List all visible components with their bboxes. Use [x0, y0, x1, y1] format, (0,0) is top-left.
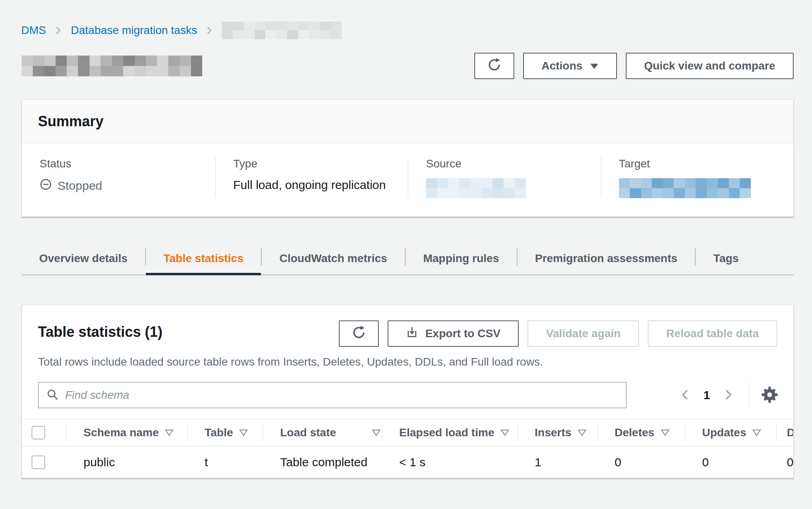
- cell-updates: 0: [685, 447, 776, 478]
- summary-panel: Summary Status Stopped Type Full load, o…: [22, 99, 794, 217]
- table-row: public t Table completed < 1 s 1 0 0 0: [22, 447, 794, 478]
- chevron-right-icon: [54, 25, 63, 36]
- sort-triangle-icon: [501, 429, 509, 436]
- tool-divider: [748, 382, 749, 408]
- sort-triangle-icon: [165, 429, 173, 436]
- target-label: Target: [619, 157, 776, 170]
- breadcrumb-link-tasks[interactable]: Database migration tasks: [71, 24, 197, 37]
- header-checkbox-cell: [22, 420, 66, 446]
- actions-button-label: Actions: [541, 60, 583, 72]
- search-icon: [46, 388, 59, 402]
- column-label: Schema name: [84, 426, 159, 439]
- cell-table: t: [187, 447, 263, 478]
- tab-tags[interactable]: Tags: [696, 243, 756, 274]
- column-label: Inserts: [535, 426, 571, 439]
- table-statistics-description: Total rows include loaded source table r…: [22, 347, 793, 368]
- sort-triangle-icon: [752, 429, 761, 436]
- actions-button[interactable]: Actions: [523, 53, 617, 79]
- cell-ddls: 0: [776, 447, 794, 478]
- next-page-button[interactable]: [720, 388, 736, 403]
- summary-field-type: Type Full load, ongoing replication: [215, 157, 408, 198]
- schema-search-box: [38, 382, 627, 408]
- column-header-deletes[interactable]: Deletes: [597, 420, 685, 446]
- tab-premigration-assessments[interactable]: Premigration assessments: [517, 243, 695, 274]
- pagination: 1: [677, 382, 778, 408]
- source-label: Source: [426, 157, 583, 170]
- tab-bar: Overview details Table statistics CloudW…: [22, 243, 794, 275]
- validate-again-button[interactable]: Validate again: [527, 320, 639, 347]
- column-label: Table: [205, 426, 233, 439]
- column-label: DDLs: [787, 426, 794, 439]
- cell-inserts: 1: [517, 447, 597, 478]
- column-label: Load state: [280, 426, 336, 439]
- sort-triangle-icon: [372, 429, 380, 436]
- cell-load-state: Table completed: [263, 447, 382, 478]
- type-label: Type: [233, 157, 390, 170]
- sort-triangle-icon: [661, 429, 669, 436]
- type-value: Full load, ongoing replication: [233, 178, 390, 192]
- gear-icon: [761, 386, 778, 404]
- quick-view-button-label: Quick view and compare: [644, 60, 775, 72]
- column-header-ddls[interactable]: DDLs: [776, 420, 794, 446]
- column-header-inserts[interactable]: Inserts: [517, 420, 597, 446]
- caret-down-icon: [590, 60, 599, 72]
- tab-mapping-rules[interactable]: Mapping rules: [406, 243, 517, 274]
- cell-schema-name: public: [66, 447, 187, 478]
- breadcrumb: DMS Database migration tasks: [0, 0, 812, 39]
- table-statistics-title: Table statistics (1): [38, 320, 162, 340]
- export-to-csv-button[interactable]: Export to CSV: [388, 320, 519, 347]
- source-endpoint-link-redacted[interactable]: [426, 178, 526, 198]
- column-label: Elapsed load time: [399, 426, 494, 439]
- page-title-redacted: [22, 56, 202, 76]
- column-header-schema-name[interactable]: Schema name: [66, 420, 187, 446]
- status-value-text: Stopped: [58, 179, 102, 193]
- refresh-icon: [352, 326, 366, 342]
- row-checkbox[interactable]: [32, 455, 45, 469]
- column-header-table[interactable]: Table: [187, 420, 263, 446]
- column-header-load-state[interactable]: Load state: [263, 420, 382, 446]
- tab-cloudwatch-metrics[interactable]: CloudWatch metrics: [262, 243, 405, 274]
- cell-deletes: 0: [597, 447, 685, 478]
- circle-minus-icon: [40, 178, 52, 193]
- summary-field-source: Source: [408, 157, 601, 198]
- quick-view-and-compare-button[interactable]: Quick view and compare: [626, 53, 794, 79]
- summary-field-status: Status Stopped: [22, 157, 215, 198]
- chevron-right-icon: [722, 388, 734, 403]
- column-label: Updates: [702, 426, 746, 439]
- find-schema-input[interactable]: [65, 389, 619, 402]
- refresh-button[interactable]: [474, 53, 514, 79]
- breadcrumb-current-redacted: [222, 22, 342, 39]
- tab-table-statistics[interactable]: Table statistics: [146, 243, 261, 274]
- summary-grid: Status Stopped Type Full load, ongoing r…: [22, 144, 793, 217]
- summary-field-target: Target: [601, 157, 794, 198]
- column-header-updates[interactable]: Updates: [685, 420, 776, 446]
- cell-elapsed-load-time: < 1 s: [382, 447, 517, 478]
- table-refresh-button[interactable]: [339, 320, 379, 347]
- table-statistics-buttons: Export to CSV Validate again Reload tabl…: [339, 320, 777, 347]
- page-header-actions: Actions Quick view and compare: [474, 53, 794, 79]
- table-header-row: Schema name Table Load state Elapsed loa…: [22, 420, 794, 447]
- table-settings-button[interactable]: [761, 386, 778, 404]
- table-tool-row: 1: [22, 368, 793, 419]
- export-button-label: Export to CSV: [425, 327, 500, 340]
- sort-triangle-icon: [578, 429, 586, 436]
- tab-overview-details[interactable]: Overview details: [22, 243, 145, 274]
- download-icon: [406, 326, 418, 341]
- target-endpoint-link-redacted[interactable]: [619, 178, 751, 198]
- sort-triangle-icon: [239, 429, 248, 436]
- select-all-checkbox[interactable]: [32, 426, 45, 439]
- refresh-icon: [488, 58, 501, 74]
- summary-panel-title: Summary: [22, 99, 793, 144]
- previous-page-button[interactable]: [677, 388, 694, 403]
- table-statistics-header: Table statistics (1): [22, 305, 793, 347]
- page-header: Actions Quick view and compare: [22, 53, 794, 79]
- reload-table-data-button[interactable]: Reload table data: [648, 320, 777, 347]
- status-label: Status: [40, 157, 197, 170]
- current-page-number: 1: [694, 388, 720, 402]
- breadcrumb-link-dms[interactable]: DMS: [21, 24, 46, 37]
- column-header-elapsed-load-time[interactable]: Elapsed load time: [382, 420, 517, 446]
- status-value: Stopped: [40, 178, 197, 193]
- column-label: Deletes: [615, 426, 655, 439]
- chevron-left-icon: [679, 388, 691, 403]
- chevron-right-icon: [205, 25, 214, 36]
